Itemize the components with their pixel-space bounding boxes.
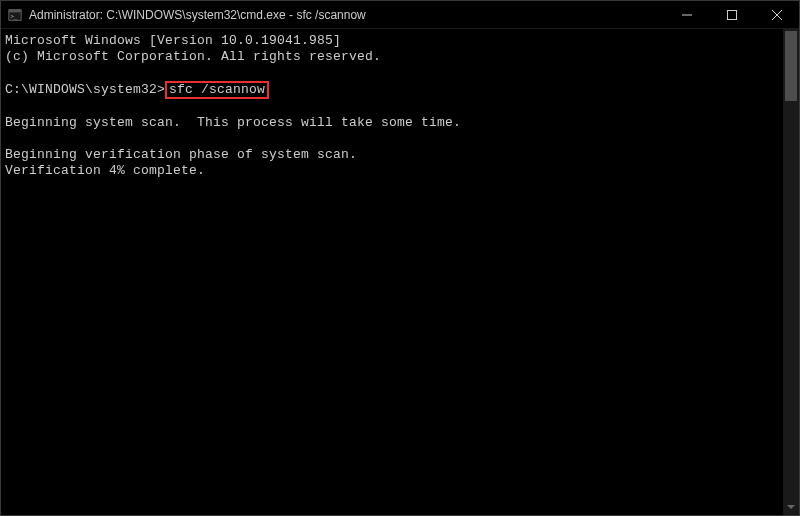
minimize-button[interactable] [664, 1, 709, 29]
window-title: Administrator: C:\WINDOWS\system32\cmd.e… [29, 8, 366, 22]
svg-rect-4 [727, 11, 736, 20]
progress-line: Verification 4% complete. [5, 163, 779, 179]
titlebar[interactable]: >_ Administrator: C:\WINDOWS\system32\cm… [1, 1, 799, 29]
prompt-line: C:\WINDOWS\system32>sfc /scannow [5, 81, 779, 99]
blank-line [5, 131, 779, 147]
cmd-window: >_ Administrator: C:\WINDOWS\system32\cm… [0, 0, 800, 516]
scroll-down-icon[interactable] [783, 499, 799, 515]
maximize-button[interactable] [709, 1, 754, 29]
blank-line [5, 99, 779, 115]
command-highlight: sfc /scannow [165, 81, 269, 99]
svg-marker-7 [787, 505, 795, 509]
version-line: Microsoft Windows [Version 10.0.19041.98… [5, 33, 779, 49]
close-button[interactable] [754, 1, 799, 29]
cmd-icon: >_ [7, 7, 23, 23]
copyright-line: (c) Microsoft Corporation. All rights re… [5, 49, 779, 65]
titlebar-left: >_ Administrator: C:\WINDOWS\system32\cm… [7, 7, 366, 23]
command-text: sfc /scannow [169, 82, 265, 97]
content-wrapper: Microsoft Windows [Version 10.0.19041.98… [1, 29, 799, 515]
svg-text:>_: >_ [11, 12, 18, 19]
prompt-text: C:\WINDOWS\system32> [5, 82, 165, 97]
window-controls [664, 1, 799, 28]
vertical-scrollbar[interactable] [783, 29, 799, 515]
verify-begin-line: Beginning verification phase of system s… [5, 147, 779, 163]
blank-line [5, 65, 779, 81]
scrollbar-thumb[interactable] [785, 31, 797, 101]
scan-begin-line: Beginning system scan. This process will… [5, 115, 779, 131]
terminal-output[interactable]: Microsoft Windows [Version 10.0.19041.98… [1, 29, 783, 515]
